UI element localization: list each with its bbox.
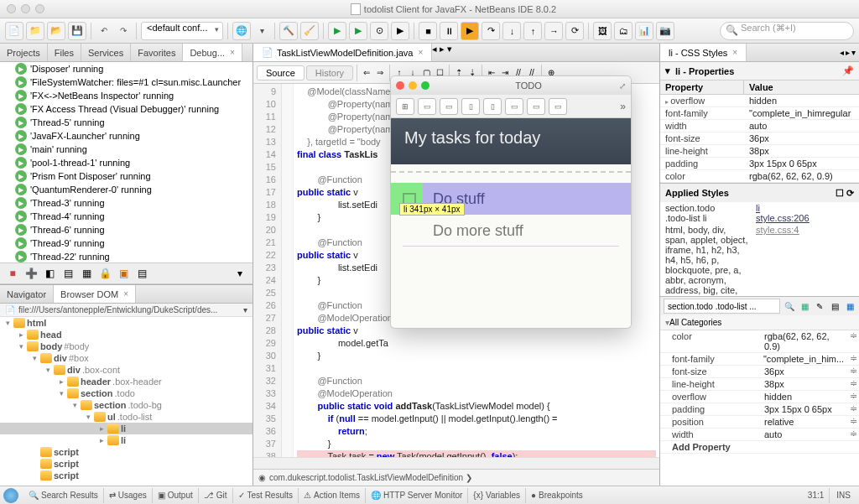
options-icon[interactable]: ▾ xyxy=(232,266,247,281)
search-input[interactable]: Search (⌘+I) xyxy=(720,22,854,40)
property-row[interactable]: padding3px 15px 0 65px xyxy=(660,158,859,170)
close-icon[interactable]: × xyxy=(230,48,235,57)
redo-button[interactable]: ↷ xyxy=(115,22,132,40)
rule-row[interactable]: line-height38px≑ xyxy=(660,378,859,391)
applied-styles-list[interactable]: section.todo.todo-list lilistyle.css:206… xyxy=(660,202,859,296)
undo-button[interactable]: ↶ xyxy=(96,22,112,40)
statusbar-item[interactable]: ▣Output xyxy=(153,488,199,503)
thread-row[interactable]: 'FX Access Thread (Visual Debugger)' run… xyxy=(0,102,252,116)
expand-icon[interactable]: ⤢ xyxy=(619,81,626,91)
layout2-icon[interactable]: ▭ xyxy=(440,98,458,115)
statusbar-item[interactable]: {x}Variables xyxy=(468,488,526,503)
statusbar-item[interactable]: ⇄Usages xyxy=(104,488,153,503)
global-button[interactable]: 🌐 xyxy=(232,22,251,40)
dom-node[interactable]: ▾ section.todo-bg xyxy=(0,399,252,411)
statusbar-item[interactable]: ●Breakpoints xyxy=(526,488,588,503)
thread-icon[interactable]: ▣ xyxy=(116,266,131,281)
layout4-icon[interactable]: ▯ xyxy=(483,98,502,115)
dom-node[interactable]: ▸ li xyxy=(0,423,252,434)
refresh-icon[interactable]: ⟳ xyxy=(846,188,854,198)
thread-row[interactable]: 'Thread-4' running xyxy=(0,210,252,223)
close-icon[interactable]: × xyxy=(732,48,737,57)
delete-rule-icon[interactable]: ▤ xyxy=(829,300,841,312)
next-tab-icon[interactable]: ▸ xyxy=(440,44,445,54)
window-minimize-icon[interactable] xyxy=(409,81,417,90)
property-row[interactable]: widthauto xyxy=(660,120,859,132)
sort-icon[interactable]: ▤ xyxy=(60,266,75,281)
history-tab[interactable]: History xyxy=(306,65,353,81)
close-icon[interactable]: × xyxy=(418,48,423,57)
dom-node[interactable]: ▾ div.box-cont xyxy=(0,364,252,376)
thread-row[interactable]: 'Thread-3' running xyxy=(0,196,252,210)
tab-list-icon[interactable]: ▾ xyxy=(447,44,452,54)
view-icon[interactable]: ▤ xyxy=(134,266,149,281)
dom-node[interactable]: ▸ li xyxy=(0,434,252,446)
new-project-button[interactable]: 📁 xyxy=(26,22,44,40)
close-icon[interactable]: × xyxy=(123,289,128,299)
layout3-icon[interactable]: ▯ xyxy=(461,98,480,115)
next-icon[interactable]: ▸ xyxy=(846,48,850,57)
dom-node[interactable]: script xyxy=(0,458,252,470)
statusbar-item[interactable]: ⎇Git xyxy=(199,488,233,503)
dom-node[interactable]: ▾ section.todo xyxy=(0,387,252,399)
applied-style-row[interactable]: section.todo.todo-list lilistyle.css:206 xyxy=(660,202,859,224)
list-icon[interactable]: ▾ xyxy=(851,48,856,57)
state-icon[interactable]: ☐ xyxy=(836,188,844,198)
tab-favorites[interactable]: Favorites xyxy=(131,44,183,61)
tab-services[interactable]: Services xyxy=(81,44,131,61)
thread-row[interactable]: 'FX<->NetBeans Inspector' running xyxy=(0,89,252,102)
tab-projects[interactable]: Projects xyxy=(0,44,48,61)
thread-row[interactable]: 'Thread-5' running xyxy=(0,116,252,129)
add-property-row[interactable]: Add Property xyxy=(660,441,859,454)
prev-icon[interactable]: ◂ xyxy=(840,48,844,57)
continue-button[interactable]: ▶ xyxy=(461,22,479,40)
rule-search-input[interactable] xyxy=(664,299,780,314)
grid-icon[interactable]: ⊞ xyxy=(396,98,414,115)
profile-button[interactable]: ⊙ xyxy=(370,22,388,40)
window-zoom-icon[interactable] xyxy=(421,81,430,90)
build-button[interactable]: 🔨 xyxy=(279,22,298,40)
layout5-icon[interactable]: ▭ xyxy=(505,98,523,115)
apply-changes-button[interactable]: ⟳ xyxy=(565,22,584,40)
tab-files[interactable]: Files xyxy=(48,44,81,61)
statusbar-item[interactable]: 🌐HTTP Server Monitor xyxy=(366,488,468,503)
stop-icon[interactable]: ■ xyxy=(5,266,20,281)
thread-row[interactable]: 'QuantumRenderer-0' running xyxy=(0,183,252,196)
css-file-icon[interactable]: ▦ xyxy=(844,300,856,312)
rule-row[interactable]: positionrelative≑ xyxy=(660,416,859,429)
status-globe-icon[interactable] xyxy=(3,488,18,503)
window-close-icon[interactable] xyxy=(7,4,16,13)
new-file-button[interactable]: 📄 xyxy=(5,22,23,40)
dom-node[interactable]: ▾ body#body xyxy=(0,340,252,352)
horizontal-scrollbar[interactable] xyxy=(253,457,659,469)
property-row[interactable]: colorrgba(62, 62, 62, 0.9) xyxy=(660,170,859,183)
dropdown-arrow[interactable]: ▾ xyxy=(253,22,270,40)
breadcrumb[interactable]: ◉ com.dukescript.todolist.TaskListViewMo… xyxy=(253,469,659,486)
edit-rule-icon[interactable]: ✎ xyxy=(814,300,825,312)
property-row[interactable]: font-family"complete_in_himregular xyxy=(660,107,859,120)
dom-node[interactable]: ▾ html xyxy=(0,317,252,329)
dom-node[interactable]: script xyxy=(0,446,252,458)
run-to-cursor-button[interactable]: → xyxy=(544,22,563,40)
dom-node[interactable]: ▸ header.box-header xyxy=(0,376,252,387)
tab-browser-dom[interactable]: Browser DOM× xyxy=(54,285,136,303)
dom-node[interactable]: script xyxy=(0,470,252,481)
rule-row[interactable]: font-family"complete_in_him...≑ xyxy=(660,353,859,366)
prev-tab-icon[interactable]: ◂ xyxy=(432,44,437,54)
search-icon[interactable]: 🔍 xyxy=(784,300,795,312)
window-close-icon[interactable] xyxy=(396,81,404,90)
rule-row[interactable]: colorrgba(62, 62, 62, 0.9)≑ xyxy=(660,330,859,353)
thread-row[interactable]: 'pool-1-thread-1' running xyxy=(0,156,252,169)
rule-table[interactable]: colorrgba(62, 62, 62, 0.9)≑font-family"c… xyxy=(660,330,859,486)
tab-debugging[interactable]: Debug...× xyxy=(183,44,242,61)
statusbar-item[interactable]: ✓Test Results xyxy=(233,488,299,503)
rule-row[interactable]: widthauto≑ xyxy=(660,429,859,441)
open-project-button[interactable]: 📂 xyxy=(47,22,65,40)
run-button[interactable]: ▶ xyxy=(328,22,346,40)
thread-row[interactable]: 'Disposer' running xyxy=(0,62,252,75)
step-over-button[interactable]: ↷ xyxy=(482,22,500,40)
class-icon[interactable]: ◧ xyxy=(42,266,57,281)
thread-row[interactable]: 'JavaFX-Launcher' running xyxy=(0,129,252,143)
forward-icon[interactable]: ⇒ xyxy=(374,67,386,79)
thread-row[interactable]: 'Thread-6' running xyxy=(0,223,252,236)
